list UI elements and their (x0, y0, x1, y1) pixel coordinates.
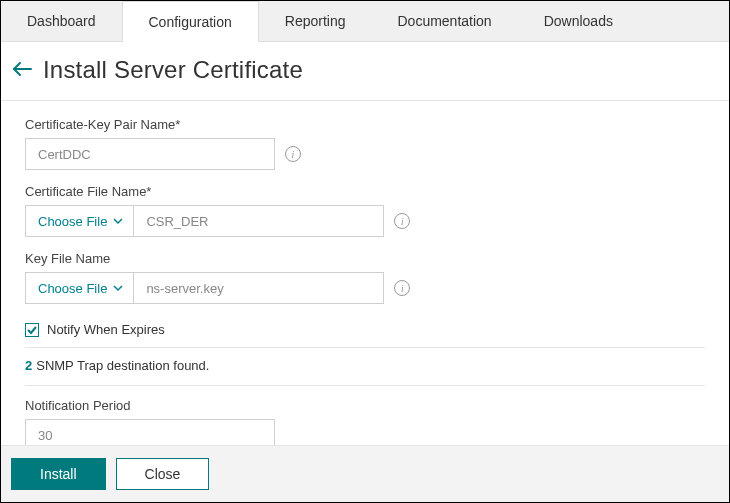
snmp-status: 2SNMP Trap destination found. (25, 348, 705, 386)
label-cert-key-pair: Certificate-Key Pair Name* (25, 117, 705, 132)
field-cert-key-pair: Certificate-Key Pair Name* i (25, 117, 705, 170)
page-header: Install Server Certificate (1, 42, 729, 101)
label-notify-expires: Notify When Expires (47, 322, 165, 337)
snmp-count: 2 (25, 358, 32, 373)
choose-file-key-button[interactable]: Choose File (25, 272, 134, 304)
tab-bar: Dashboard Configuration Reporting Docume… (1, 1, 729, 42)
tab-documentation[interactable]: Documentation (371, 1, 517, 41)
snmp-text: SNMP Trap destination found. (36, 358, 209, 373)
cert-file-name[interactable]: CSR_DER (134, 205, 384, 237)
info-icon[interactable]: i (285, 146, 301, 162)
label-notification-period: Notification Period (25, 398, 705, 413)
tab-configuration[interactable]: Configuration (122, 1, 259, 42)
input-cert-key-pair[interactable] (25, 138, 275, 170)
footer-actions: Install Close (1, 445, 729, 502)
chevron-down-icon (113, 216, 123, 226)
tab-reporting[interactable]: Reporting (259, 1, 372, 41)
chevron-down-icon (113, 283, 123, 293)
choose-file-cert-button[interactable]: Choose File (25, 205, 134, 237)
install-button[interactable]: Install (11, 458, 106, 490)
tab-downloads[interactable]: Downloads (518, 1, 639, 41)
input-notification-period[interactable] (25, 419, 275, 445)
field-cert-file: Certificate File Name* Choose File CSR_D… (25, 184, 705, 237)
checkbox-notify-expires[interactable] (25, 323, 39, 337)
page-title: Install Server Certificate (43, 56, 303, 84)
key-file-name[interactable]: ns-server.key (134, 272, 384, 304)
tab-dashboard[interactable]: Dashboard (1, 1, 122, 41)
info-icon[interactable]: i (394, 213, 410, 229)
info-icon[interactable]: i (394, 280, 410, 296)
field-notify-expires: Notify When Expires (25, 318, 705, 348)
field-notification-period: Notification Period (25, 398, 705, 445)
field-key-file: Key File Name Choose File ns-server.key … (25, 251, 705, 304)
back-arrow-icon[interactable] (11, 60, 33, 81)
choose-file-label: Choose File (38, 281, 107, 296)
label-cert-file: Certificate File Name* (25, 184, 705, 199)
form-body: Certificate-Key Pair Name* i Certificate… (1, 101, 729, 445)
close-button[interactable]: Close (116, 458, 210, 490)
label-key-file: Key File Name (25, 251, 705, 266)
choose-file-label: Choose File (38, 214, 107, 229)
